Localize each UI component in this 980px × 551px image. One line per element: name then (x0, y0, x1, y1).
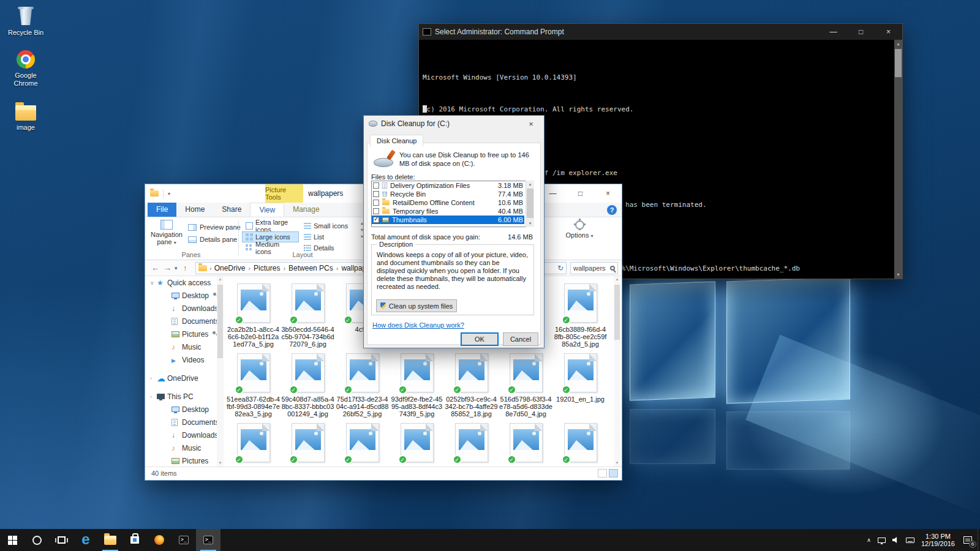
file-item[interactable] (444, 423, 499, 467)
taskbar-explorer-button[interactable] (98, 529, 123, 551)
checkbox[interactable] (373, 182, 379, 189)
recent-locations-chevron-icon[interactable]: ▾ (175, 265, 178, 271)
up-icon[interactable]: ↑ (183, 263, 187, 272)
cmd-close-button[interactable]: × (875, 24, 902, 40)
layout-option[interactable]: Small icons (300, 220, 357, 231)
volume-icon[interactable] (892, 537, 899, 543)
file-item[interactable] (553, 423, 608, 467)
sidebar-item[interactable]: Downloads (145, 302, 224, 315)
sidebar-item[interactable]: Videos (145, 353, 224, 366)
network-icon[interactable] (878, 538, 886, 543)
cmd-titlebar[interactable]: Select Administrator: Command Prompt — □… (419, 24, 902, 40)
scroll-up-icon[interactable]: ▲ (217, 276, 224, 283)
refresh-icon[interactable]: ↻ (557, 264, 564, 272)
picture-tools-tab[interactable]: Picture Tools (265, 184, 303, 203)
cancel-button[interactable]: Cancel (503, 332, 538, 346)
checkbox[interactable] (373, 208, 379, 214)
cleanup-list-row[interactable]: Recycle Bin 77.4 MB (372, 190, 524, 198)
checkbox[interactable] (373, 191, 379, 197)
list-scrollbar[interactable]: ▲ ▼ (526, 181, 534, 227)
expander-icon[interactable]: › (150, 375, 157, 381)
details-view-toggle[interactable] (598, 469, 607, 478)
scrollbar-thumb[interactable] (217, 285, 223, 358)
breadcrumb-item[interactable]: OneDrive (214, 264, 254, 272)
file-item[interactable]: 2ca2b2b1-a8cc-46c6-b2e0-b1f12a1ed77a_5.j… (226, 283, 281, 353)
taskbar-clock[interactable]: 1:30 PM 12/19/2016 (921, 533, 955, 547)
sidebar-item[interactable]: Documents (145, 416, 224, 429)
sidebar-item[interactable]: Downloads (145, 429, 224, 441)
taskbar-store-button[interactable] (123, 529, 147, 551)
layout-option[interactable]: Extra large icons (242, 220, 299, 231)
explorer-close-button[interactable]: × (594, 184, 622, 203)
sidebar-item[interactable]: Pictures (145, 328, 224, 340)
checkbox[interactable] (373, 217, 379, 223)
dialog-close-button[interactable]: × (518, 116, 544, 132)
ribbon-tab[interactable]: View (250, 203, 284, 217)
scrollbar-thumb[interactable] (614, 285, 620, 340)
scroll-up-icon[interactable]: ▲ (526, 181, 534, 188)
show-desktop-button[interactable] (978, 529, 980, 551)
tray-expand-chevron-icon[interactable]: ∧ (867, 537, 871, 543)
forward-icon[interactable]: → (164, 263, 172, 272)
scroll-down-icon[interactable]: ▼ (526, 220, 534, 227)
file-item[interactable] (335, 423, 390, 467)
file-item[interactable] (390, 423, 444, 467)
sidebar-item[interactable]: › OneDrive (145, 372, 224, 384)
cleanup-list-row[interactable]: Temporary files 40.4 MB (372, 207, 524, 216)
file-item[interactable]: 51eea837-62db-4fbf-99d3-0894e7e82ea3_5.j… (226, 353, 281, 423)
file-item[interactable]: 93df9f2e-fbe2-4595-ad83-8df44c3743f9_5.j… (390, 353, 444, 423)
taskbar-cmd-button[interactable] (172, 529, 196, 551)
cleanup-list-row[interactable]: RetailDemo Offline Content 10.6 MB (372, 198, 524, 207)
ok-button[interactable]: OK (461, 332, 499, 346)
file-item[interactable]: 16cb3889-f66d-48fb-805c-ee2c59f85a2d_5.j… (553, 283, 608, 353)
file-item[interactable] (499, 423, 553, 467)
ribbon-tab[interactable]: Share (213, 203, 250, 217)
help-icon[interactable]: ? (607, 205, 617, 215)
files-scrollbar[interactable]: ▲ ▼ (614, 276, 620, 467)
action-center-button[interactable]: 6 (962, 534, 974, 546)
sidebar-scrollbar[interactable]: ▲ ▼ (217, 276, 224, 467)
clean-up-system-files-button[interactable]: Clean up system files (376, 299, 457, 312)
scroll-down-icon[interactable]: ▼ (614, 460, 620, 467)
file-item[interactable] (226, 423, 281, 467)
ribbon-tab[interactable]: File (148, 203, 176, 217)
sidebar-item[interactable]: Documents (145, 315, 224, 328)
preview-pane-button[interactable]: Preview pane (188, 223, 241, 231)
taskbar-edge-button[interactable] (74, 529, 98, 551)
taskbar-firefox-button[interactable] (147, 529, 172, 551)
file-item[interactable]: 516d5798-63f3-4e78-a5d6-d833de8e7d50_4.j… (499, 353, 553, 423)
cleanup-list-row[interactable]: Thumbnails 6.00 MB (372, 216, 524, 224)
ribbon-tab[interactable]: Manage (284, 203, 328, 217)
touch-keyboard-icon[interactable] (906, 538, 914, 543)
taskbar-cortana-button[interactable] (24, 529, 49, 551)
scrollbar-thumb[interactable] (527, 189, 533, 218)
how-disk-cleanup-works-link[interactable]: How does Disk Cleanup work? (372, 321, 464, 329)
expander-icon[interactable]: ∨ (150, 280, 157, 286)
breadcrumb-item[interactable]: Between PCs (288, 264, 341, 272)
cmd-scrollbar[interactable]: ▲ ▼ (894, 40, 902, 279)
taskbar-start-button[interactable] (0, 529, 24, 551)
file-item[interactable] (281, 423, 335, 467)
search-input[interactable]: wallpapers (570, 262, 618, 274)
file-item[interactable]: 0252bf93-ce9c-4342-bc7b-4affe2985852_18.… (444, 353, 499, 423)
sidebar-item[interactable]: ∨ Quick access (145, 276, 224, 289)
file-item[interactable]: 19201_en_1.jpg (553, 353, 608, 423)
options-button[interactable]: Options ▾ (564, 220, 595, 240)
cmd-minimize-button[interactable]: — (820, 24, 847, 40)
checkbox[interactable] (373, 200, 379, 206)
sidebar-item[interactable]: Pictures (145, 454, 224, 467)
back-icon[interactable]: ← (151, 263, 159, 272)
file-item[interactable]: 59c408d7-a85a-48bc-8337-bbbc03001249_4.j… (281, 353, 335, 423)
sidebar-item[interactable]: Music (145, 441, 224, 454)
navigation-pane-button[interactable]: Navigation pane ▾ (149, 220, 184, 247)
cleanup-list-row[interactable]: Delivery Optimization Files 3.18 MB (372, 181, 524, 190)
desktop-icon-google-chrome[interactable]: Google Chrome (2, 50, 49, 88)
sidebar-item[interactable]: Desktop (145, 289, 224, 302)
ribbon-tab[interactable]: Home (176, 203, 213, 217)
desktop-icon-recycle-bin[interactable]: Recycle Bin (2, 5, 49, 37)
layout-option[interactable]: List (300, 231, 357, 242)
sidebar-item[interactable]: Desktop (145, 403, 224, 416)
thumbnail-view-toggle[interactable] (609, 469, 618, 478)
scroll-down-icon[interactable]: ▼ (217, 460, 224, 467)
qat-customize-chevron-icon[interactable]: ▾ (168, 191, 170, 197)
